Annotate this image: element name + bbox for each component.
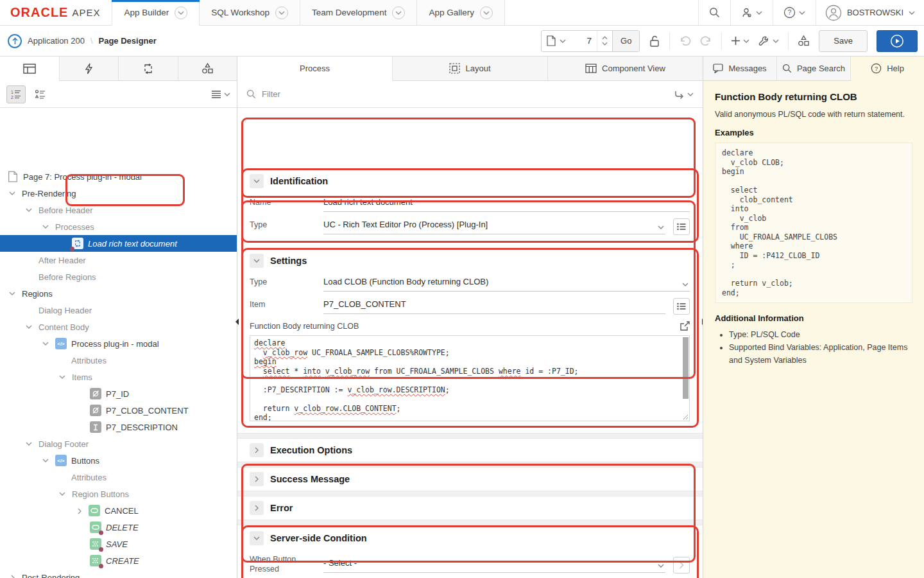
chevron-right-icon[interactable] <box>11 574 15 578</box>
go-button[interactable]: Go <box>612 31 639 51</box>
tree-node-before-regions[interactable]: Before Regions <box>0 268 237 285</box>
top-tab-sql-workshop[interactable]: SQL Workshop <box>200 0 300 26</box>
tab-dynamic-actions[interactable] <box>60 57 119 81</box>
hot-button-icon <box>90 538 101 550</box>
administration-menu-button[interactable] <box>730 0 773 25</box>
item-lov-button[interactable] <box>673 298 690 315</box>
tab-layout[interactable]: Layout <box>393 57 548 81</box>
plsql-code-editor[interactable]: declare v_clob_row UC_FROALA_SAMPLE_CLOB… <box>250 335 690 421</box>
type-lov-button[interactable] <box>673 218 690 235</box>
save-button[interactable]: Save <box>819 30 868 52</box>
chevron-down-icon[interactable] <box>26 442 33 446</box>
expand-section-button[interactable] <box>250 472 264 486</box>
tree-node-load-rich-text-document[interactable]: Load rich text document <box>0 235 237 252</box>
tree-node-attributes[interactable]: Attributes <box>0 469 237 486</box>
search-icon[interactable] <box>698 0 730 25</box>
name-input[interactable]: Load rich text document <box>323 196 690 212</box>
tree-node-pre-rendering[interactable]: Pre-Rendering <box>0 185 237 202</box>
save-and-run-button[interactable] <box>877 30 918 52</box>
chevron-down-icon[interactable] <box>26 325 33 329</box>
tab-rendering[interactable] <box>0 57 60 81</box>
user-menu-button[interactable]: BOSTROWSKI <box>816 0 924 25</box>
shared-components-button[interactable] <box>798 35 810 47</box>
filter-input[interactable] <box>262 89 669 99</box>
settings-type-select[interactable]: Load CLOB (Function Body returning CLOB) <box>323 276 690 292</box>
tab-process[interactable]: Process <box>237 57 393 81</box>
order-by-processing-order-button[interactable]: 12 <box>6 85 26 103</box>
tree-node-post-rendering[interactable]: Post-Rendering <box>0 569 237 578</box>
tree-node-after-header[interactable]: After Header <box>0 252 237 268</box>
tree-node-region-buttons[interactable]: Region Buttons <box>0 486 237 502</box>
top-tab-team-development[interactable]: Team Development <box>300 0 417 26</box>
chevron-right-icon[interactable] <box>78 507 81 514</box>
collapse-section-button[interactable] <box>250 254 264 268</box>
page-finder-button[interactable] <box>542 31 571 51</box>
breadcrumb-application[interactable]: Application 200 <box>28 36 85 46</box>
top-tab-app-builder[interactable]: App Builder <box>112 0 200 26</box>
tree-node-dialog-footer[interactable]: Dialog Footer <box>0 435 237 452</box>
tree-node-items[interactable]: Items <box>0 369 237 385</box>
tab-messages[interactable]: Messages <box>703 57 777 81</box>
tree-node-regions[interactable]: Regions <box>0 285 237 302</box>
chevron-down-icon[interactable] <box>42 342 50 346</box>
oracle-apex-logo[interactable]: ORACLE APEX <box>0 0 112 25</box>
tree-node-save[interactable]: SAVE <box>0 536 237 552</box>
tree-node-attributes[interactable]: Attributes <box>0 352 237 369</box>
collapse-section-button[interactable] <box>250 174 264 188</box>
page-number-input[interactable] <box>571 31 597 51</box>
tree-node-cancel[interactable]: CANCEL <box>0 502 237 519</box>
tree-node-delete[interactable]: DELETE <box>0 519 237 536</box>
tree-node-create[interactable]: CREATE <box>0 552 237 569</box>
utilities-menu-button[interactable] <box>758 35 779 47</box>
go-to-application-button[interactable] <box>8 34 22 48</box>
collapsed-section-error[interactable]: Error <box>237 496 703 520</box>
tab-component-view[interactable]: Component View <box>548 57 703 81</box>
apex-wordmark: APEX <box>72 7 100 18</box>
breadcrumb-page-designer: Page Designer <box>99 36 157 46</box>
tab-help[interactable]: ? Help <box>851 57 924 81</box>
settings-item-input[interactable]: P7_CLOB_CONTENT <box>323 298 665 314</box>
order-by-component-type-button[interactable] <box>31 85 50 103</box>
chevron-down-icon[interactable] <box>26 208 33 212</box>
undo-button[interactable] <box>679 35 691 46</box>
type-select[interactable]: UC - Rich Text Editor Pro (Process) [Plu… <box>323 218 665 234</box>
expand-section-button[interactable] <box>250 443 264 457</box>
top-tab-app-gallery[interactable]: App Gallery <box>417 0 505 26</box>
expand-section-button[interactable] <box>250 501 264 515</box>
editor-resize-grip[interactable] <box>683 414 689 420</box>
tab-page-shared-components[interactable] <box>178 57 237 81</box>
collapse-section-button[interactable] <box>250 531 264 545</box>
collapse-left-panel-handle[interactable] <box>235 316 239 328</box>
create-menu-button[interactable] <box>731 36 749 46</box>
chevron-down-icon[interactable] <box>59 492 67 496</box>
page-unlocked-icon[interactable] <box>649 35 660 48</box>
tree-node-p7-clob-content[interactable]: P7_CLOB_CONTENT <box>0 402 237 419</box>
tree-node-p7-description[interactable]: P7_DESCRIPTION <box>0 419 237 435</box>
chevron-down-icon[interactable] <box>9 191 17 195</box>
collapsed-section-success-message[interactable]: Success Message <box>237 468 703 491</box>
tab-processing[interactable] <box>119 57 178 81</box>
help-menu-button[interactable]: ? <box>773 0 816 25</box>
tree-node-content-body[interactable]: Content Body <box>0 319 237 335</box>
chevron-down-icon[interactable] <box>42 459 50 462</box>
tree-node-process-plug-in-modal[interactable]: </>Process plug-in - modal <box>0 335 237 352</box>
open-code-editor-icon[interactable] <box>680 321 690 331</box>
when-button-pressed-select[interactable]: - Select - <box>323 557 665 573</box>
go-to-group-button[interactable] <box>674 90 694 99</box>
editor-scrollbar[interactable] <box>683 337 689 399</box>
tab-page-search[interactable]: Page Search <box>777 57 851 81</box>
go-to-button-button[interactable] <box>673 557 690 574</box>
chevron-down-icon[interactable] <box>42 225 50 229</box>
tree-menu-button[interactable] <box>211 91 230 98</box>
tree-node-dialog-header[interactable]: Dialog Header <box>0 302 237 319</box>
tree-node-processes[interactable]: Processes <box>0 218 237 235</box>
tree-node-p7-id[interactable]: P7_ID <box>0 385 237 402</box>
tree-node-before-header[interactable]: Before Header <box>0 202 237 218</box>
page-number-stepper[interactable] <box>597 31 612 51</box>
tree-node-buttons[interactable]: </>Buttons <box>0 452 237 469</box>
chevron-down-icon[interactable] <box>59 375 67 379</box>
chevron-down-icon[interactable] <box>9 292 17 295</box>
collapsed-section-execution-options[interactable]: Execution Options <box>237 439 703 462</box>
redo-button[interactable] <box>700 35 712 46</box>
tree-node-page-7-process-plug-in-modal[interactable]: Page 7: Process plug-in - modal <box>0 168 237 185</box>
